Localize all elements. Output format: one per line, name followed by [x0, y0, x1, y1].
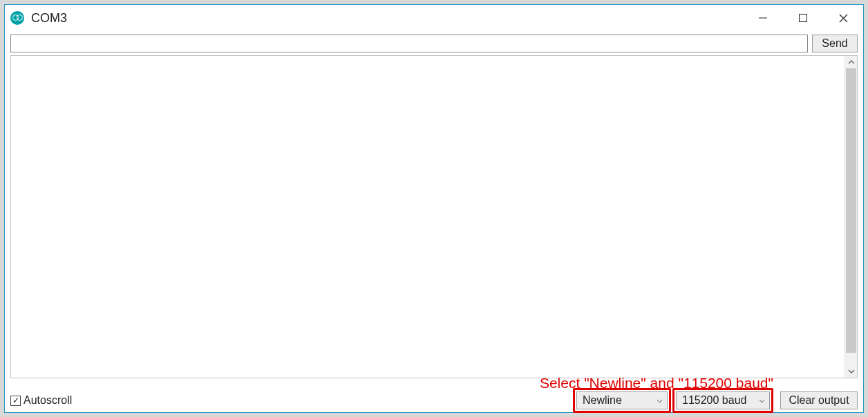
- window-controls: [743, 5, 863, 31]
- annotation-highlight-lineending: Newline: [573, 388, 671, 413]
- output-area-wrap: [10, 55, 858, 378]
- clear-output-button[interactable]: Clear output: [780, 391, 858, 409]
- checkmark-icon: ✓: [12, 396, 19, 405]
- chevron-down-icon: [657, 397, 663, 405]
- serial-monitor-window: COM3 Send Select "Newlin: [4, 4, 864, 413]
- scroll-down-icon[interactable]: [845, 365, 857, 378]
- autoscroll-checkbox-group[interactable]: ✓ Autoscroll: [10, 394, 72, 407]
- window-title: COM3: [31, 11, 67, 26]
- baud-rate-dropdown[interactable]: 115200 baud: [676, 391, 770, 409]
- close-button[interactable]: [823, 5, 863, 31]
- baud-rate-value: 115200 baud: [682, 394, 755, 407]
- autoscroll-label: Autoscroll: [23, 394, 72, 407]
- titlebar: COM3: [5, 5, 863, 31]
- scroll-up-icon[interactable]: [845, 56, 857, 68]
- annotation-highlight-baud: 115200 baud: [672, 388, 773, 413]
- serial-input[interactable]: [10, 35, 808, 52]
- line-ending-dropdown[interactable]: Newline: [576, 391, 668, 409]
- footer-bar: ✓ Autoscroll Newline 115200 baud Clear o…: [5, 389, 863, 412]
- autoscroll-checkbox[interactable]: ✓: [10, 396, 21, 406]
- arduino-app-icon: [10, 11, 24, 25]
- minimize-button[interactable]: [743, 5, 783, 31]
- close-icon: [839, 14, 848, 23]
- serial-output-area[interactable]: [11, 56, 845, 378]
- input-row: Send: [5, 31, 863, 55]
- send-button[interactable]: Send: [812, 35, 858, 52]
- maximize-button[interactable]: [783, 5, 823, 31]
- scrollbar-thumb[interactable]: [846, 68, 856, 353]
- vertical-scrollbar[interactable]: [845, 56, 857, 378]
- minimize-icon: [759, 14, 767, 22]
- line-ending-value: Newline: [583, 394, 652, 407]
- maximize-icon: [799, 14, 807, 22]
- svg-rect-1: [800, 14, 807, 22]
- chevron-down-icon: [759, 397, 765, 405]
